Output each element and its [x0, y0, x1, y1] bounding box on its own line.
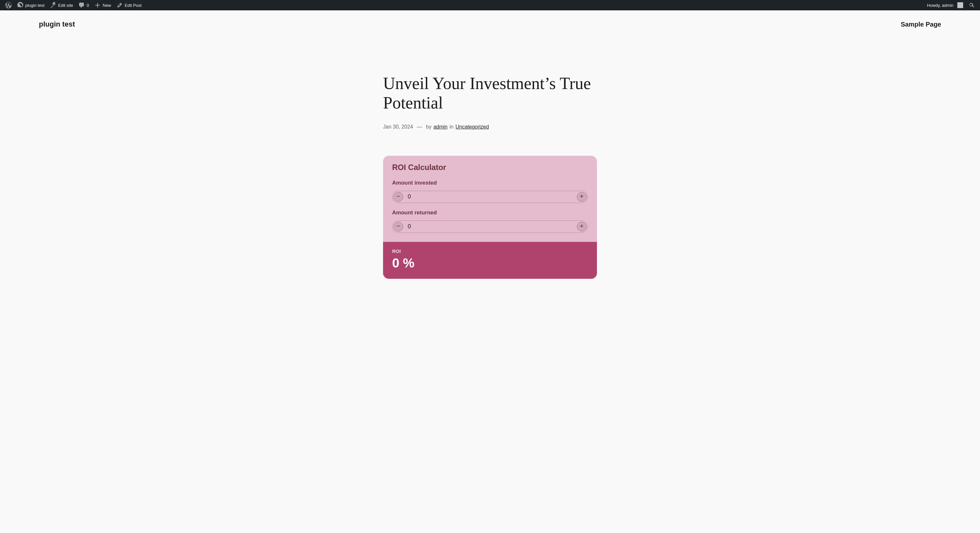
wp-logo-menu[interactable] — [3, 0, 14, 10]
hammer-icon — [49, 2, 56, 8]
pencil-icon — [116, 2, 123, 8]
calculator-result: ROI 0 % — [383, 242, 597, 279]
amount-invested-label: Amount invested — [392, 180, 588, 186]
minus-icon — [396, 194, 401, 200]
comment-icon — [78, 2, 85, 8]
edit-site-label: Edit site — [58, 3, 73, 8]
site-title[interactable]: plugin test — [39, 20, 75, 29]
wp-admin-bar: plugin test Edit site 0 New Edit Post — [0, 0, 980, 10]
post-date: Jan 30, 2024 — [383, 124, 413, 130]
calculator-inputs: ROI Calculator Amount invested — [383, 156, 597, 242]
returned-increment-button[interactable] — [577, 222, 587, 232]
post-category[interactable]: Uncategorized — [455, 124, 489, 130]
result-value: 0 % — [392, 256, 588, 270]
plus-icon — [579, 194, 584, 200]
amount-invested-stepper — [392, 191, 588, 203]
amount-returned-field: Amount returned — [392, 209, 588, 233]
calculator-title: ROI Calculator — [392, 163, 588, 172]
by-label: by — [426, 124, 432, 130]
my-account-link[interactable]: Howdy, admin — [924, 0, 966, 10]
edit-post-label: Edit Post — [125, 3, 142, 8]
post-author[interactable]: admin — [433, 124, 447, 130]
plus-icon — [579, 224, 584, 229]
amount-returned-label: Amount returned — [392, 209, 588, 216]
nav-sample-page[interactable]: Sample Page — [900, 21, 941, 28]
in-label: in — [450, 124, 453, 130]
post-title: Unveil Your Investment’s True Potential — [383, 74, 597, 113]
admin-bar-right: Howdy, admin — [924, 0, 977, 10]
edit-site-link[interactable]: Edit site — [47, 0, 75, 10]
comments-link[interactable]: 0 — [76, 0, 92, 10]
edit-post-link[interactable]: Edit Post — [114, 0, 144, 10]
primary-nav: Sample Page — [900, 21, 941, 28]
plus-icon — [94, 2, 101, 8]
minus-icon — [396, 224, 401, 229]
site-name-menu[interactable]: plugin test — [14, 0, 47, 10]
admin-bar-left: plugin test Edit site 0 New Edit Post — [3, 0, 144, 10]
new-label: New — [103, 3, 111, 8]
site-name-label: plugin test — [25, 3, 45, 8]
new-content-link[interactable]: New — [92, 0, 114, 10]
avatar — [957, 2, 963, 8]
search-icon — [968, 2, 975, 8]
invested-increment-button[interactable] — [577, 192, 587, 202]
search-toggle[interactable] — [966, 0, 977, 10]
post-meta: Jan 30, 2024 — by admin in Uncategorized — [383, 124, 597, 130]
amount-invested-field: Amount invested — [392, 180, 588, 203]
amount-returned-stepper — [392, 220, 588, 233]
roi-calculator: ROI Calculator Amount invested — [383, 156, 597, 279]
dashboard-icon — [17, 2, 23, 8]
amount-returned-input[interactable] — [403, 223, 577, 230]
amount-invested-input[interactable] — [403, 194, 577, 200]
result-label: ROI — [392, 248, 588, 254]
meta-separator: — — [417, 124, 422, 130]
site-header: plugin test Sample Page — [0, 10, 980, 38]
invested-decrement-button[interactable] — [393, 192, 403, 202]
returned-decrement-button[interactable] — [393, 222, 403, 232]
comments-count: 0 — [87, 3, 89, 8]
content-area: Unveil Your Investment’s True Potential … — [377, 74, 603, 279]
howdy-label: Howdy, admin — [927, 3, 953, 8]
wordpress-icon — [5, 2, 12, 8]
